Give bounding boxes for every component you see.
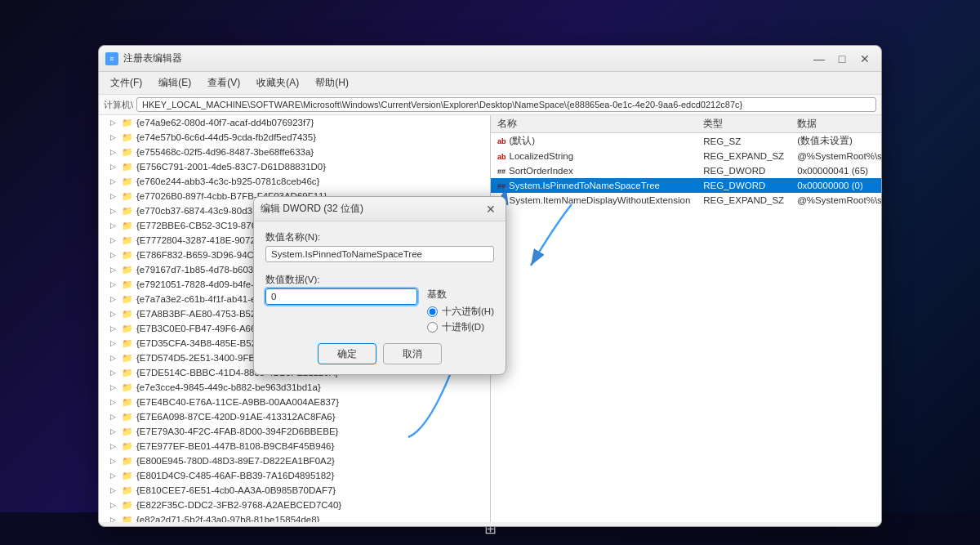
table-row[interactable]: ##System.IsPinnedToNameSpaceTreeREG_DWOR… xyxy=(491,178,881,193)
address-input[interactable] xyxy=(136,97,876,112)
dialog-body: 数值名称(N): 数值数据(V): 基数 十六进制(H) 十进制(D) 确定 xyxy=(254,221,506,374)
dec-radio-label[interactable]: 十进制(D) xyxy=(427,321,494,333)
value-data-input[interactable] xyxy=(265,288,417,305)
col-data-header: 数据 xyxy=(791,115,881,133)
tree-item[interactable]: ▷📁{E7E79A30-4F2C-4FAB-8D00-394F2D6BBEBE} xyxy=(99,424,490,439)
minimize-button[interactable]: — xyxy=(809,49,829,69)
tree-item[interactable]: ▷📁{E7E4BC40-E76A-11CE-A9BB-00AA004AE837} xyxy=(99,395,490,409)
close-button[interactable]: ✕ xyxy=(855,49,875,69)
window-controls: — □ ✕ xyxy=(809,49,875,69)
address-label: 计算机\ xyxy=(104,99,133,111)
col-name-header: 名称 xyxy=(491,115,697,133)
tree-item[interactable]: ▷📁{E756C791-2001-4de5-83C7-D61D88831D0} xyxy=(99,159,490,174)
value-name-input[interactable] xyxy=(265,246,494,262)
table-row[interactable]: ##SortOrderIndexREG_DWORD0x00000041 (65) xyxy=(491,163,881,178)
tree-item[interactable]: ▷📁{E800E945-780D-48D3-89E7-D822EA1BF0A2} xyxy=(99,453,490,468)
window-icon: ≡ xyxy=(105,52,118,65)
table-row[interactable]: ab(默认)REG_SZ(数值未设置) xyxy=(491,133,881,150)
cancel-button[interactable]: 取消 xyxy=(383,343,442,364)
tree-item[interactable]: ▷📁{e7e3cce4-9845-449c-b882-be963d31bd1a} xyxy=(99,380,490,395)
tree-item[interactable]: ▷📁{e74e57b0-6c6d-44d5-9cda-fb2df5ed7435} xyxy=(99,130,490,145)
menu-view[interactable]: 查看(V) xyxy=(199,74,248,92)
tree-item[interactable]: ▷📁{E801D4C9-C485-46AF-BB39-7A16D4895182} xyxy=(99,468,490,483)
tree-item[interactable]: ▷📁{e82a2d71-5b2f-43a0-97b8-81be15854de8} xyxy=(99,512,490,522)
dialog-close-button[interactable]: ✕ xyxy=(483,201,499,217)
tree-item[interactable]: ▷📁{e760e244-abb3-4c3c-b925-0781c8ceb46c} xyxy=(99,174,490,189)
base-label: 基数 xyxy=(427,288,494,301)
table-row[interactable]: abSystem.ItemNameDisplayWithoutExtension… xyxy=(491,193,881,208)
dialog-title: 编辑 DWORD (32 位值) xyxy=(261,202,363,216)
registry-values-panel: 名称 类型 数据 ab(默认)REG_SZ(数值未设置)abLocalizedS… xyxy=(491,115,881,522)
name-label: 数值名称(N): xyxy=(265,231,494,243)
menu-bar: 文件(F) 编辑(E) 查看(V) 收藏夹(A) 帮助(H) xyxy=(99,72,881,95)
window-title-bar: ≡ 注册表编辑器 — □ ✕ xyxy=(99,46,881,72)
window-title: 注册表编辑器 xyxy=(123,51,809,65)
col-type-header: 类型 xyxy=(697,115,791,133)
hex-radio[interactable] xyxy=(427,306,438,317)
menu-favorites[interactable]: 收藏夹(A) xyxy=(248,74,307,92)
table-row[interactable]: abLocalizedStringREG_EXPAND_SZ@%SystemRo… xyxy=(491,149,881,163)
menu-edit[interactable]: 编辑(E) xyxy=(150,74,199,92)
tree-item[interactable]: ▷📁{E810CEE7-6E51-4cb0-AA3A-0B985B70DAF7} xyxy=(99,483,490,498)
tree-item[interactable]: ▷📁{E822F35C-DDC2-3FB2-9768-A2AEBCED7C40} xyxy=(99,498,490,512)
dec-radio[interactable] xyxy=(427,322,438,333)
data-label: 数值数据(V): xyxy=(265,274,417,286)
registry-values-table: 名称 类型 数据 ab(默认)REG_SZ(数值未设置)abLocalizedS… xyxy=(491,115,881,208)
tree-item[interactable]: ▷📁{E7E977EF-BE01-447B-8108-B9CB4F45B946} xyxy=(99,439,490,453)
edit-dword-dialog: 编辑 DWORD (32 位值) ✕ 数值名称(N): 数值数据(V): 基数 … xyxy=(253,196,506,375)
maximize-button[interactable]: □ xyxy=(832,49,852,69)
tree-item[interactable]: ▷📁{E7E6A098-87CE-420D-91AE-413312AC8FA6} xyxy=(99,409,490,424)
ok-button[interactable]: 确定 xyxy=(318,343,376,364)
tree-item[interactable]: ▷📁{e755468c-02f5-4d96-8487-3be68ffe633a} xyxy=(99,145,490,159)
menu-help[interactable]: 帮助(H) xyxy=(307,74,357,92)
address-bar: 计算机\ xyxy=(99,95,881,115)
menu-file[interactable]: 文件(F) xyxy=(102,74,150,92)
dialog-buttons: 确定 取消 xyxy=(265,343,494,364)
tree-item[interactable]: ▷📁{e74a9e62-080d-40f7-acaf-dd4b076923f7} xyxy=(99,115,490,130)
dialog-title-bar: 编辑 DWORD (32 位值) ✕ xyxy=(254,197,506,221)
hex-radio-label[interactable]: 十六进制(H) xyxy=(427,306,494,318)
